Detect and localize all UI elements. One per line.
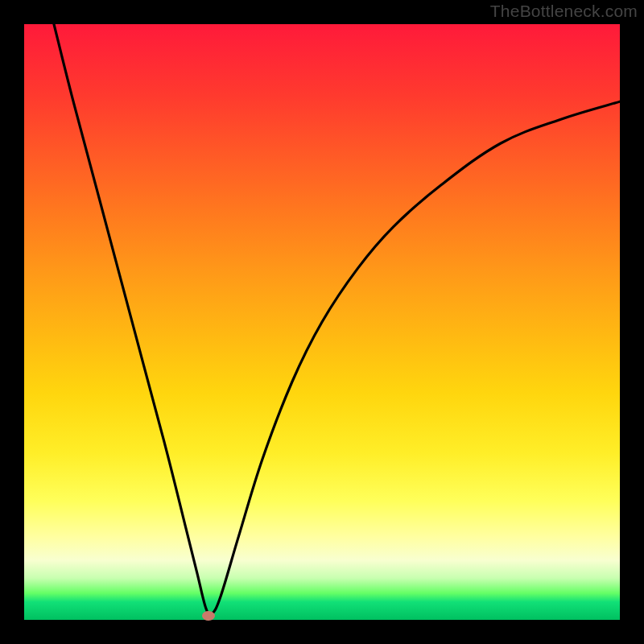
bottleneck-curve xyxy=(24,24,620,620)
chart-plot-area xyxy=(24,24,620,620)
attribution-text: TheBottleneck.com xyxy=(490,2,638,21)
optimum-marker xyxy=(202,611,215,621)
